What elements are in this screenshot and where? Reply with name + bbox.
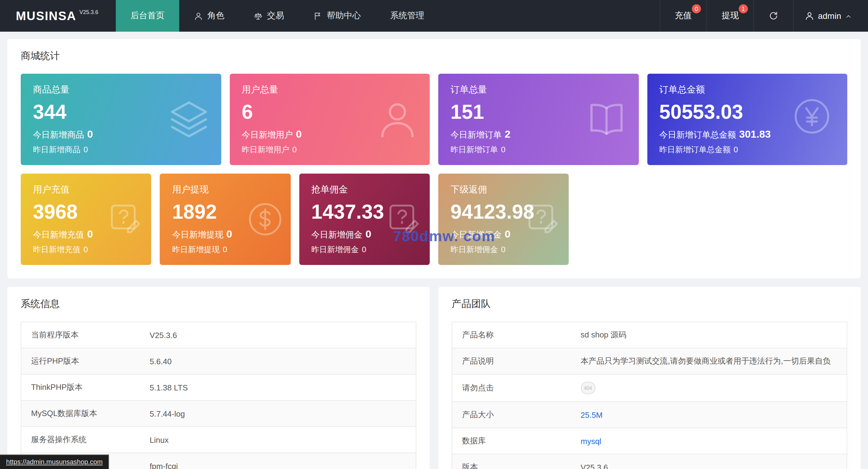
info-value: 5.1.38 LTS bbox=[140, 374, 416, 400]
stat-title: 下级返佣 bbox=[451, 184, 557, 196]
header-actions: 充值 0 提现 1 admin bbox=[659, 0, 868, 32]
info-label: 数据库 bbox=[452, 428, 571, 454]
info-label: ThinkPHP版本 bbox=[21, 374, 140, 400]
nav-item-trade[interactable]: 交易 bbox=[239, 0, 299, 32]
nav-item-system-admin[interactable]: 系统管理 bbox=[375, 0, 439, 32]
scales-icon bbox=[254, 11, 263, 21]
info-label: 产品说明 bbox=[452, 348, 571, 374]
table-row: 运行PHP版本 5.6.40 bbox=[21, 348, 416, 374]
nav-item-label: 角色 bbox=[207, 10, 224, 21]
product-team-title: 产品团队 bbox=[452, 298, 847, 311]
stat-today-value: 0 bbox=[87, 229, 93, 240]
main-nav: 后台首页 角色 交易 帮助中心 系统管理 bbox=[116, 0, 439, 32]
book-icon bbox=[584, 97, 629, 142]
info-label: 版本 bbox=[452, 454, 571, 469]
table-row: 版本 V25.3.6 bbox=[452, 454, 847, 469]
stat-yesterday-value: 0 bbox=[501, 145, 505, 155]
stat-today-value: 0 bbox=[296, 129, 302, 140]
stat-yesterday-label: 昨日新增订单总金额 bbox=[659, 145, 731, 155]
system-info-title: 系统信息 bbox=[21, 298, 416, 311]
table-row: 当前程序版本 V25.3.6 bbox=[21, 322, 416, 348]
stat-card-user-withdraw: 用户提现 1892 今日新增提现0 昨日新增提现0 bbox=[160, 174, 291, 265]
nav-item-label: 后台首页 bbox=[130, 10, 164, 21]
person-icon bbox=[194, 11, 203, 21]
user-menu[interactable]: admin bbox=[793, 0, 868, 32]
info-value: 5.6.40 bbox=[140, 348, 416, 374]
stat-today-value: 0 bbox=[226, 229, 232, 240]
stat-today-value: 2 bbox=[505, 129, 510, 140]
stats-row-1: 商品总量 344 今日新增商品0 昨日新增商品0 用户总量 6 今日新增用户0 … bbox=[21, 74, 847, 165]
username: admin bbox=[818, 11, 841, 21]
stat-title: 商品总量 bbox=[33, 84, 209, 96]
recharge-button[interactable]: 充值 0 bbox=[659, 0, 707, 32]
info-value: Linux bbox=[140, 427, 416, 453]
recharge-label: 充值 bbox=[675, 10, 692, 21]
stat-today-label: 今日新增佣金 bbox=[311, 230, 362, 240]
withdraw-button[interactable]: 提现 1 bbox=[707, 0, 753, 32]
table-row: ThinkPHP版本 5.1.38 LTS bbox=[21, 374, 416, 400]
system-info-panel: 系统信息 当前程序版本 V25.3.6 运行PHP版本 5.6.40 Think… bbox=[7, 287, 430, 469]
stat-title: 订单总金额 bbox=[659, 84, 835, 96]
stat-card-grab-commission: 抢单佣金 1437.33 今日新增佣金0 昨日新增佣金0 bbox=[299, 174, 430, 265]
stat-yesterday-label: 昨日新增订单 bbox=[451, 145, 498, 155]
table-row: MySQL数据库版本 5.7.44-log bbox=[21, 400, 416, 427]
product-team-panel: 产品团队 产品名称 sd shop 源码 产品说明 本产品只为学习测试交流,请勿… bbox=[438, 287, 861, 469]
product-team-table: 产品名称 sd shop 源码 产品说明 本产品只为学习测试交流,请勿要做商业或… bbox=[452, 322, 847, 469]
stat-today-value: 0 bbox=[505, 229, 510, 240]
broken-image-icon: 404 bbox=[581, 382, 595, 394]
stat-yesterday-value: 0 bbox=[84, 245, 88, 254]
stat-title: 用户提现 bbox=[172, 184, 279, 196]
app-logo[interactable]: MUSINSA V25.3.6 bbox=[0, 0, 116, 32]
mall-statistics-title: 商城统计 bbox=[21, 50, 847, 63]
table-row: 产品大小 25.5M bbox=[452, 402, 847, 428]
info-value: 25.5M bbox=[571, 402, 847, 428]
help-edit-icon bbox=[525, 201, 562, 238]
info-value: mysql bbox=[571, 428, 847, 454]
stat-today-label: 今日新增订单 bbox=[451, 130, 502, 140]
stat-today-label: 今日新增佣金 bbox=[451, 230, 502, 240]
database-link[interactable]: mysql bbox=[581, 436, 601, 445]
info-label: MySQL数据库版本 bbox=[21, 400, 140, 427]
stat-yesterday-label: 昨日新增商品 bbox=[33, 145, 81, 155]
nav-item-roles[interactable]: 角色 bbox=[179, 0, 239, 32]
yen-icon bbox=[793, 97, 838, 142]
info-value: 5.7.44-log bbox=[140, 400, 416, 427]
stat-card-total-orders: 订单总量 151 今日新增订单2 昨日新增订单0 bbox=[438, 74, 639, 165]
stat-yesterday-label: 昨日新增用户 bbox=[242, 145, 289, 155]
stat-yesterday-value: 0 bbox=[734, 145, 738, 155]
info-label: 请勿点击 bbox=[452, 374, 571, 402]
withdraw-count-badge: 1 bbox=[739, 4, 748, 13]
stat-yesterday-value: 0 bbox=[501, 245, 505, 254]
withdraw-label: 提现 bbox=[722, 10, 739, 21]
nav-item-help-center[interactable]: 帮助中心 bbox=[299, 0, 375, 32]
stat-card-subordinate-rebate: 下级返佣 94123.98 今日新增佣金0 昨日新增佣金0 bbox=[438, 174, 569, 265]
dollar-icon bbox=[247, 201, 283, 238]
app-logo-text: MUSINSA bbox=[16, 9, 76, 23]
stat-today-value: 301.83 bbox=[739, 129, 771, 140]
stat-card-total-products: 商品总量 344 今日新增商品0 昨日新增商品0 bbox=[21, 74, 221, 165]
nav-item-dashboard[interactable]: 后台首页 bbox=[116, 0, 179, 32]
table-row: 数据库 mysql bbox=[452, 428, 847, 454]
info-label: 当前程序版本 bbox=[21, 322, 140, 348]
stat-today-label: 今日新增订单总金额 bbox=[659, 130, 736, 140]
stat-yesterday-label: 昨日新增佣金 bbox=[451, 245, 498, 254]
person-icon bbox=[805, 11, 814, 21]
refresh-button[interactable] bbox=[753, 0, 793, 32]
stat-today-label: 今日新增用户 bbox=[242, 130, 293, 140]
nav-item-label: 帮助中心 bbox=[327, 10, 361, 21]
product-size-link[interactable]: 25.5M bbox=[581, 410, 602, 420]
nav-item-label: 系统管理 bbox=[390, 10, 424, 21]
info-value: fpm-fcgi bbox=[140, 453, 416, 469]
stat-title: 用户总量 bbox=[242, 84, 417, 96]
stat-title: 抢单佣金 bbox=[311, 184, 417, 196]
stat-yesterday-value: 0 bbox=[223, 245, 227, 254]
info-value: sd shop 源码 bbox=[571, 322, 847, 348]
bottom-panels: 系统信息 当前程序版本 V25.3.6 运行PHP版本 5.6.40 Think… bbox=[7, 287, 861, 469]
table-row: 产品说明 本产品只为学习测试交流,请勿要做商业或者用于违法行为,一切后果自负 bbox=[452, 348, 847, 374]
stat-title: 用户充值 bbox=[33, 184, 139, 196]
stat-yesterday-label: 昨日新增提现 bbox=[172, 245, 220, 254]
stat-yesterday-label: 昨日新增充值 bbox=[33, 245, 81, 254]
stat-card-total-users: 用户总量 6 今日新增用户0 昨日新增用户0 bbox=[229, 74, 430, 165]
stat-today-value: 0 bbox=[365, 229, 371, 240]
stat-card-user-recharge: 用户充值 3968 今日新增充值0 昨日新增充值0 bbox=[21, 174, 152, 265]
